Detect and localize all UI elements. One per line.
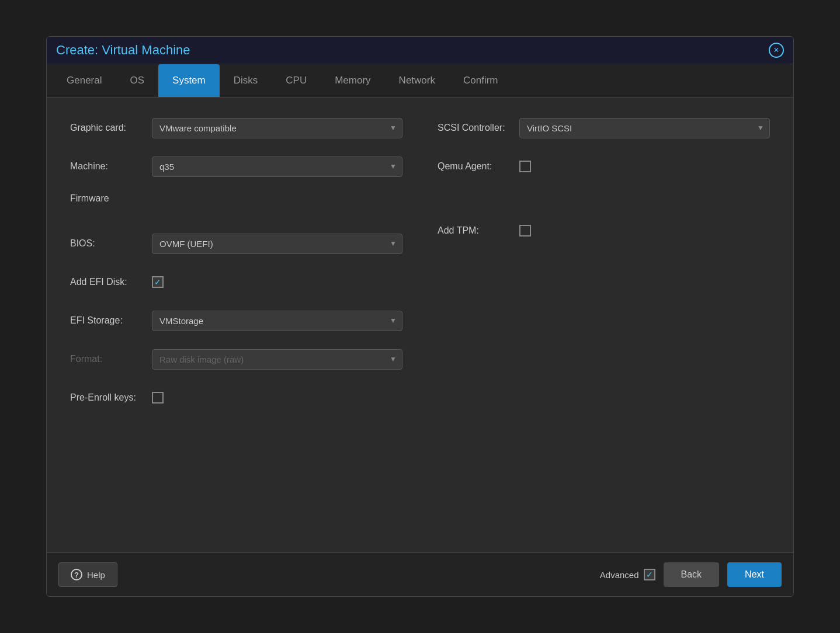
- help-icon: ?: [71, 569, 82, 580]
- qemu-agent-checkbox[interactable]: [519, 161, 531, 172]
- spacer-row-1: [438, 192, 770, 218]
- add-efi-disk-row: Add EFI Disk:: [70, 269, 402, 295]
- form-grid: Graphic card: VMware compatible ▼ Machin…: [70, 115, 770, 423]
- qemu-agent-row: Qemu Agent:: [438, 154, 770, 179]
- tab-bar: General OS System Disks CPU Memory Netwo…: [47, 64, 793, 98]
- tab-confirm[interactable]: Confirm: [449, 64, 512, 97]
- format-select-wrapper: Raw disk image (raw) ▼: [152, 349, 402, 370]
- footer-right: Advanced Back Next: [600, 562, 782, 587]
- bios-select[interactable]: OVMF (UEFI): [152, 234, 402, 254]
- machine-select[interactable]: q35: [152, 156, 402, 177]
- efi-storage-row: EFI Storage: VMStorage ▼: [70, 308, 402, 333]
- modal-header: Create: Virtual Machine ×: [47, 37, 793, 64]
- machine-label: Machine:: [70, 161, 152, 172]
- add-efi-disk-checkbox[interactable]: [152, 276, 164, 288]
- left-column: Graphic card: VMware compatible ▼ Machin…: [70, 115, 402, 423]
- close-button[interactable]: ×: [769, 43, 784, 58]
- scsi-controller-row: SCSI Controller: VirtIO SCSI ▼: [438, 115, 770, 141]
- pre-enroll-checkbox[interactable]: [152, 392, 164, 404]
- graphic-card-select[interactable]: VMware compatible: [152, 118, 402, 138]
- bios-label: BIOS:: [70, 238, 152, 249]
- bios-select-wrapper: OVMF (UEFI) ▼: [152, 234, 402, 254]
- machine-select-wrapper: q35 ▼: [152, 156, 402, 177]
- tab-memory[interactable]: Memory: [321, 64, 384, 97]
- modal-footer: ? Help Advanced Back Next: [47, 552, 793, 596]
- right-column: SCSI Controller: VirtIO SCSI ▼ Qemu Agen…: [438, 115, 770, 423]
- format-select[interactable]: Raw disk image (raw): [152, 349, 402, 370]
- tab-general[interactable]: General: [53, 64, 116, 97]
- efi-storage-select-wrapper: VMStorage ▼: [152, 311, 402, 331]
- firmware-header: Firmware: [70, 193, 109, 204]
- efi-storage-select[interactable]: VMStorage: [152, 311, 402, 331]
- qemu-agent-label: Qemu Agent:: [438, 161, 519, 172]
- add-efi-disk-label: Add EFI Disk:: [70, 277, 152, 287]
- add-tpm-label: Add TPM:: [438, 225, 519, 236]
- pre-enroll-label: Pre-Enroll keys:: [70, 392, 152, 403]
- back-button[interactable]: Back: [664, 562, 720, 587]
- create-vm-modal: Create: Virtual Machine × General OS Sys…: [46, 36, 794, 597]
- scsi-controller-select[interactable]: VirtIO SCSI: [519, 118, 770, 138]
- scsi-controller-label: SCSI Controller:: [438, 123, 519, 133]
- help-button[interactable]: ? Help: [58, 562, 117, 587]
- bios-row: BIOS: OVMF (UEFI) ▼: [70, 231, 402, 256]
- scsi-controller-select-wrapper: VirtIO SCSI ▼: [519, 118, 770, 138]
- firmware-header-row: Firmware: [70, 192, 402, 218]
- tab-network[interactable]: Network: [385, 64, 449, 97]
- graphic-card-select-wrapper: VMware compatible ▼: [152, 118, 402, 138]
- graphic-card-label: Graphic card:: [70, 123, 152, 133]
- form-content: Graphic card: VMware compatible ▼ Machin…: [47, 98, 793, 552]
- efi-storage-label: EFI Storage:: [70, 315, 152, 326]
- add-tpm-row: Add TPM:: [438, 218, 770, 244]
- format-row: Format: Raw disk image (raw) ▼: [70, 346, 402, 372]
- graphic-card-row: Graphic card: VMware compatible ▼: [70, 115, 402, 141]
- tab-system[interactable]: System: [158, 64, 220, 97]
- next-button[interactable]: Next: [727, 562, 782, 587]
- tab-disks[interactable]: Disks: [220, 64, 272, 97]
- pre-enroll-row: Pre-Enroll keys:: [70, 385, 402, 411]
- machine-row: Machine: q35 ▼: [70, 154, 402, 179]
- format-label: Format:: [70, 354, 152, 364]
- advanced-label: Advanced: [600, 569, 655, 580]
- tab-os[interactable]: OS: [116, 64, 158, 97]
- add-tpm-checkbox[interactable]: [519, 225, 531, 236]
- modal-title: Create: Virtual Machine: [56, 43, 190, 58]
- tab-cpu[interactable]: CPU: [272, 64, 321, 97]
- advanced-checkbox[interactable]: [644, 569, 655, 580]
- help-label: Help: [87, 570, 105, 580]
